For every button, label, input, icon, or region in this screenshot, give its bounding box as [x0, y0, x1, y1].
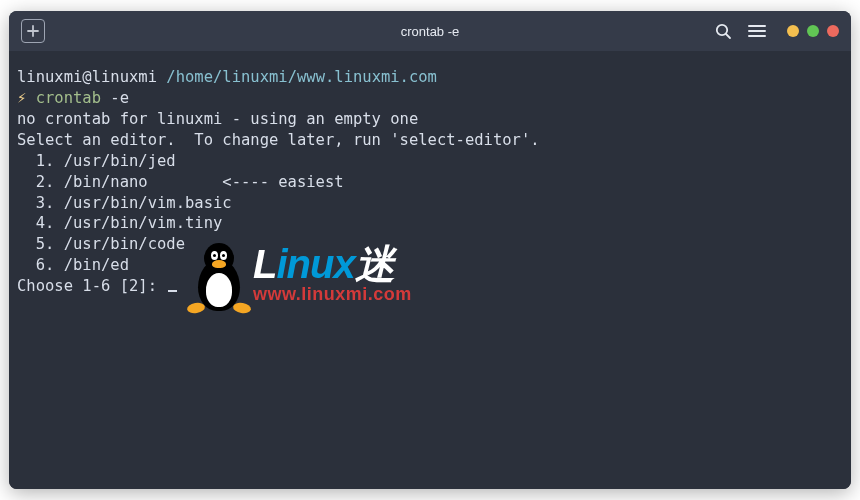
window-controls [787, 25, 839, 37]
titlebar-right [713, 21, 839, 41]
terminal-window: crontab -e linuxmi@linuxmi /home/linuxmi… [9, 11, 851, 489]
titlebar-left [21, 19, 45, 43]
search-button[interactable] [713, 21, 733, 41]
bolt-icon: ⚡ [17, 89, 26, 107]
command-arg: -e [101, 89, 129, 107]
editor-option: 5. /usr/bin/code [17, 234, 843, 255]
titlebar: crontab -e [9, 11, 851, 51]
editor-option: 1. /usr/bin/jed [17, 151, 843, 172]
choose-prompt: Choose 1-6 [2]: [17, 276, 843, 297]
editor-option: 6. /bin/ed [17, 255, 843, 276]
output-line: no crontab for linuxmi - using an empty … [17, 109, 843, 130]
terminal-body[interactable]: linuxmi@linuxmi /home/linuxmi/www.linuxm… [9, 51, 851, 489]
choose-text: Choose 1-6 [2]: [17, 277, 166, 295]
close-button[interactable] [827, 25, 839, 37]
cwd: /home/linuxmi/www.linuxmi.com [166, 68, 437, 86]
editor-option: 3. /usr/bin/vim.basic [17, 193, 843, 214]
plus-icon [26, 24, 40, 38]
editor-option: 2. /bin/nano <---- easiest [17, 172, 843, 193]
prompt-line-1: linuxmi@linuxmi /home/linuxmi/www.linuxm… [17, 67, 843, 88]
command: crontab [36, 89, 101, 107]
output-line: Select an editor. To change later, run '… [17, 130, 843, 151]
hamburger-icon [748, 24, 766, 38]
cursor [168, 290, 177, 292]
minimize-button[interactable] [787, 25, 799, 37]
new-tab-button[interactable] [21, 19, 45, 43]
prompt-line-2: ⚡ crontab -e [17, 88, 843, 109]
search-icon [714, 22, 732, 40]
user-host: linuxmi@linuxmi [17, 68, 157, 86]
menu-button[interactable] [747, 21, 767, 41]
editor-option: 4. /usr/bin/vim.tiny [17, 213, 843, 234]
maximize-button[interactable] [807, 25, 819, 37]
window-title: crontab -e [401, 24, 460, 39]
